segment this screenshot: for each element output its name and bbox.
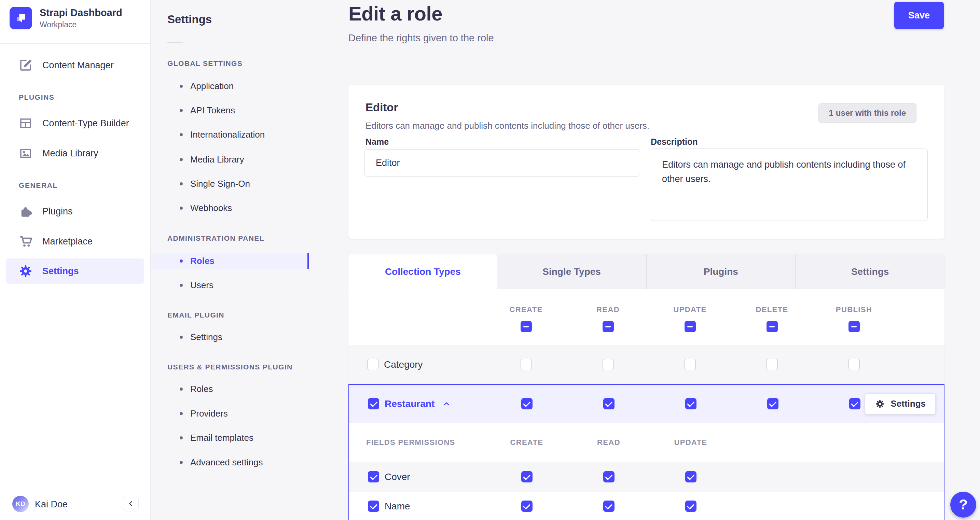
select-all-create-checkbox[interactable] <box>520 321 532 332</box>
sidebar-item-plugins[interactable]: Plugins <box>6 200 144 223</box>
row-label: Name <box>385 501 410 512</box>
category-row-checkbox[interactable] <box>367 359 379 370</box>
subnav-item-application[interactable]: Application <box>151 78 309 94</box>
category-delete-checkbox[interactable] <box>767 359 778 370</box>
subnav-section-users-permissions-plugin: USERS & PERMISSIONS PLUGIN <box>167 363 293 371</box>
gear-icon <box>18 264 33 278</box>
tab-plugins[interactable]: Plugins <box>646 254 795 289</box>
bullet-icon <box>180 109 183 112</box>
name-row-checkbox[interactable] <box>368 501 379 512</box>
restaurant-delete-checkbox[interactable] <box>767 398 778 409</box>
column-delete: DELETE <box>731 289 813 345</box>
row-label[interactable]: Category <box>384 359 423 370</box>
field-row-name: Name <box>349 492 944 520</box>
chevron-left-icon <box>127 500 135 507</box>
bullet-icon <box>180 336 183 339</box>
bullet-icon <box>180 259 183 262</box>
name-create-checkbox[interactable] <box>521 501 533 512</box>
restaurant-publish-checkbox[interactable] <box>849 398 861 409</box>
app-title: Strapi Dashboard <box>40 7 122 19</box>
subnav-section-email-plugin: EMAIL PLUGIN <box>167 311 224 319</box>
plugins-icon <box>18 204 33 218</box>
subnav-item-media-library[interactable]: Media Library <box>151 152 309 167</box>
subnav-item-label: API Tokens <box>190 105 235 116</box>
page-subtitle: Define the rights given to the role <box>348 32 494 44</box>
sidebar-item-settings[interactable]: Settings <box>6 258 144 284</box>
subnav-item-single-sign-on[interactable]: Single Sign-On <box>151 176 309 192</box>
select-all-read-checkbox[interactable] <box>603 321 614 332</box>
divider <box>0 43 150 44</box>
media-library-icon <box>18 146 33 161</box>
sidebar-item-content-manager[interactable]: Content Manager <box>6 54 144 76</box>
sidebar-item-label: Media Library <box>42 148 99 159</box>
marketplace-icon <box>18 234 33 248</box>
sidebar-item-marketplace[interactable]: Marketplace <box>6 230 144 253</box>
column-read: READ <box>567 289 649 345</box>
content-type-builder-icon <box>18 116 33 130</box>
sidebar-item-label: Content Manager <box>42 60 114 71</box>
role-name-input[interactable] <box>364 149 640 177</box>
help-button[interactable]: ? <box>950 492 976 518</box>
restaurant-read-checkbox[interactable] <box>603 398 614 409</box>
row-label[interactable]: Restaurant <box>385 398 434 409</box>
nav-section-plugins: PLUGINS <box>19 93 55 102</box>
tab-single-types[interactable]: Single Types <box>497 254 646 289</box>
subnav-item-label: Application <box>190 81 234 92</box>
subnav-item-internationalization[interactable]: Internationalization <box>151 127 309 142</box>
sidebar-item-media-library[interactable]: Media Library <box>6 142 144 165</box>
name-read-checkbox[interactable] <box>603 501 614 512</box>
sidebar-item-label: Content-Type Builder <box>42 118 129 129</box>
restaurant-row-checkbox[interactable] <box>368 398 379 409</box>
subnav-item-roles-up[interactable]: Roles <box>151 381 309 397</box>
divider <box>167 42 183 43</box>
category-update-checkbox[interactable] <box>684 359 696 370</box>
subnav-item-advanced-settings[interactable]: Advanced settings <box>151 455 309 470</box>
chevron-up-icon[interactable] <box>442 399 451 408</box>
sidebar-item-content-type-builder[interactable]: Content-Type Builder <box>6 112 144 135</box>
bullet-icon <box>180 158 183 161</box>
cover-read-checkbox[interactable] <box>603 471 614 482</box>
subnav-item-users[interactable]: Users <box>151 277 309 293</box>
tab-collection-types[interactable]: Collection Types <box>348 254 497 289</box>
select-all-publish-checkbox[interactable] <box>848 321 860 332</box>
select-all-delete-checkbox[interactable] <box>767 321 778 332</box>
tab-settings[interactable]: Settings <box>795 254 945 289</box>
subnav-item-label: Internationalization <box>190 129 265 140</box>
save-button[interactable]: Save <box>894 2 944 29</box>
role-description-textarea[interactable]: Editors can manage and publish contents … <box>651 148 928 221</box>
category-publish-checkbox[interactable] <box>848 359 860 370</box>
column-update: UPDATE <box>649 289 731 345</box>
sidebar-item-label: Marketplace <box>42 236 92 247</box>
name-field-label: Name <box>366 137 389 147</box>
workspace-brand[interactable]: Strapi Dashboard Workplace <box>10 7 122 29</box>
collapse-sidebar-button[interactable] <box>123 496 139 512</box>
users-with-role-button[interactable]: 1 user with this role <box>818 103 916 123</box>
table-row-category: Category <box>348 345 945 384</box>
app-sidebar: Strapi Dashboard Workplace Content Manag… <box>0 0 151 520</box>
restaurant-settings-button[interactable]: Settings <box>865 393 935 415</box>
name-update-checkbox[interactable] <box>685 501 697 512</box>
cover-update-checkbox[interactable] <box>685 471 697 482</box>
bullet-icon <box>180 207 183 210</box>
cover-row-checkbox[interactable] <box>368 471 379 482</box>
cover-create-checkbox[interactable] <box>521 471 533 482</box>
select-all-update-checkbox[interactable] <box>684 321 696 332</box>
bullet-icon <box>180 85 183 88</box>
category-create-checkbox[interactable] <box>520 359 532 370</box>
subnav-title: Settings <box>167 13 212 26</box>
subnav-item-email-templates[interactable]: Email templates <box>151 430 309 445</box>
restaurant-create-checkbox[interactable] <box>521 398 533 409</box>
restaurant-update-checkbox[interactable] <box>685 398 697 409</box>
subnav-item-roles-admin[interactable]: Roles <box>151 253 309 269</box>
subnav-item-api-tokens[interactable]: API Tokens <box>151 102 309 118</box>
divider <box>0 491 150 491</box>
column-header-label: CREATE <box>509 305 542 314</box>
table-row-restaurant: Restaurant <box>349 385 944 423</box>
subnav-item-webhooks[interactable]: Webhooks <box>151 200 309 216</box>
category-read-checkbox[interactable] <box>603 359 614 370</box>
subnav-item-providers[interactable]: Providers <box>151 406 309 421</box>
avatar[interactable]: KD <box>12 496 29 512</box>
fields-permissions-title: FIELDS PERMISSIONS <box>366 438 455 447</box>
subnav-item-email-settings[interactable]: Settings <box>151 329 309 345</box>
strapi-logo-icon <box>10 7 32 29</box>
